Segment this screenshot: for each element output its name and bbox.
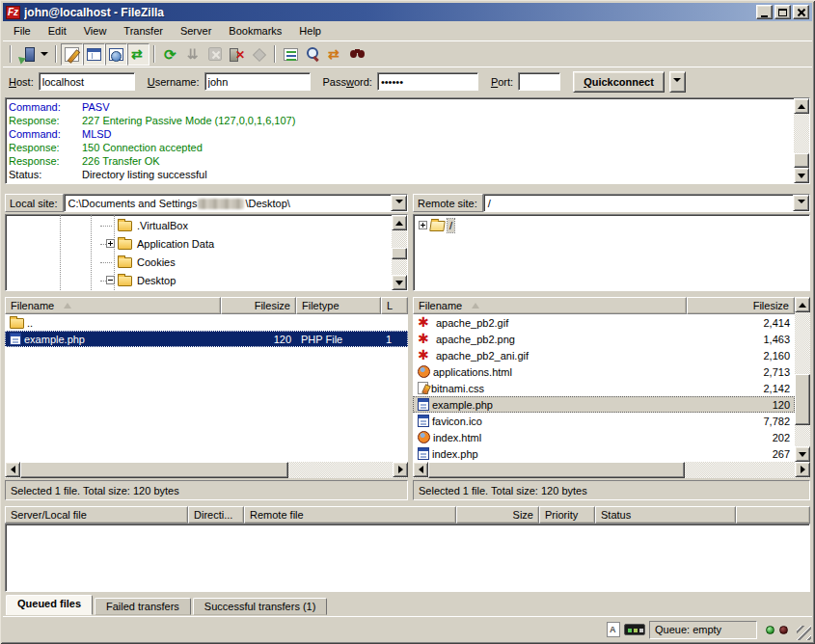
password-input[interactable] [377, 72, 478, 91]
toggle-message-log-button[interactable] [61, 43, 83, 66]
tree-expander-icon[interactable] [419, 221, 427, 229]
scroll-track[interactable] [20, 462, 393, 478]
speed-limit-icon[interactable] [624, 624, 645, 635]
menu-item[interactable]: File [5, 22, 40, 40]
remote-site-combobox[interactable]: / [483, 194, 810, 212]
scroll-track[interactable] [428, 462, 795, 478]
close-button[interactable] [793, 5, 809, 19]
site-manager-button[interactable] [15, 43, 38, 66]
column-header-filetype[interactable]: Filetype [296, 297, 381, 314]
minimize-button[interactable] [756, 5, 773, 19]
scroll-down-button[interactable] [392, 275, 407, 290]
local-horizontal-scrollbar[interactable] [5, 462, 408, 478]
file-row[interactable]: index.html 202 [413, 429, 795, 445]
directory-comparison-button[interactable] [302, 43, 324, 66]
queue-list[interactable] [5, 523, 810, 592]
refresh-button[interactable] [159, 43, 181, 66]
quickconnect-dropdown[interactable] [669, 71, 686, 93]
site-manager-dropdown[interactable] [38, 43, 51, 66]
queue-column-remote-file[interactable]: Remote file [244, 506, 456, 523]
scroll-left-button[interactable] [413, 462, 428, 477]
scroll-left-button[interactable] [5, 462, 20, 477]
username-input[interactable] [204, 72, 311, 91]
sort-ascending-icon [64, 303, 71, 309]
queue-tab[interactable]: Queued files [6, 595, 93, 615]
remote-site-dropdown[interactable] [793, 195, 809, 211]
menu-item[interactable]: Bookmarks [220, 22, 290, 40]
queue-tab[interactable]: Successful transfers (1) [193, 598, 328, 615]
find-files-button[interactable] [346, 43, 368, 66]
file-row[interactable]: applications.html 2,713 [413, 363, 795, 380]
queue-column-size[interactable]: Size [456, 506, 539, 523]
scroll-thumb[interactable] [794, 153, 809, 168]
directory-listing-filters-button[interactable] [280, 43, 302, 66]
file-row[interactable]: bitnami.css 2,142 [413, 380, 795, 396]
menu-item[interactable]: View [75, 22, 116, 40]
log-vertical-scrollbar[interactable] [794, 98, 809, 183]
scroll-thumb[interactable] [795, 374, 810, 425]
file-row[interactable]: index.php 267 [413, 445, 795, 462]
process-queue-button[interactable] [181, 43, 204, 66]
local-site-dropdown[interactable] [391, 195, 407, 211]
scroll-up-button[interactable] [392, 215, 407, 230]
tree-item[interactable]: Application Data [6, 234, 392, 253]
reconnect-button[interactable] [248, 43, 270, 66]
queue-column-priority[interactable]: Priority [539, 506, 595, 523]
file-row[interactable]: example.php 120 [413, 396, 795, 413]
column-header-filename[interactable]: Filename [5, 297, 221, 314]
title-bar[interactable]: Fz john@localhost - FileZilla [3, 3, 812, 21]
menu-item[interactable]: Server [172, 22, 220, 40]
scroll-right-button[interactable] [393, 462, 408, 477]
file-row[interactable]: .. [5, 314, 408, 331]
file-row[interactable]: example.php 120 PHP File 1 [5, 331, 408, 347]
toggle-remote-tree-button[interactable] [105, 43, 127, 66]
tree-item[interactable]: Desktop [6, 271, 392, 289]
scroll-track[interactable] [392, 230, 407, 275]
remote-horizontal-scrollbar[interactable] [413, 462, 810, 478]
column-header-lastmodified[interactable]: L [381, 297, 408, 314]
port-input[interactable] [518, 72, 560, 91]
scroll-track[interactable] [794, 114, 809, 168]
maximize-button[interactable] [774, 5, 791, 19]
file-row[interactable]: apache_pb2.gif 2,414 [413, 314, 795, 331]
queue-column-direction[interactable]: Directi... [188, 506, 244, 523]
tree-expander-icon[interactable] [106, 276, 115, 284]
cancel-operation-button[interactable] [204, 43, 226, 66]
scroll-up-button[interactable] [795, 297, 810, 312]
file-row[interactable]: apache_pb2.png 1,463 [413, 331, 795, 347]
scroll-thumb[interactable] [20, 462, 288, 478]
local-tree-scrollbar[interactable] [392, 215, 407, 290]
host-input[interactable] [39, 72, 135, 91]
remote-vertical-scrollbar[interactable] [795, 297, 810, 462]
scroll-down-button[interactable] [794, 168, 809, 183]
synchronized-browsing-button[interactable] [324, 43, 346, 66]
scroll-up-button[interactable] [794, 98, 809, 114]
scroll-right-button[interactable] [795, 462, 810, 477]
toggle-queue-button[interactable] [127, 43, 149, 66]
column-header-filename[interactable]: Filename [413, 297, 687, 314]
file-row[interactable]: favicon.ico 7,782 [413, 413, 795, 429]
queue-tab[interactable]: Failed transfers [95, 598, 191, 615]
tree-item[interactable]: .VirtualBox [6, 216, 392, 234]
tree-expander-icon[interactable] [106, 239, 115, 248]
disconnect-button[interactable] [226, 43, 248, 66]
toggle-local-tree-button[interactable] [83, 43, 105, 66]
data-type-icon[interactable] [607, 622, 620, 637]
menu-item[interactable]: Transfer [115, 22, 172, 40]
menu-item[interactable]: Edit [40, 22, 75, 40]
column-header-filesize[interactable]: Filesize [687, 297, 795, 314]
scroll-thumb[interactable] [428, 462, 685, 478]
tree-item[interactable]: / [414, 216, 809, 234]
scroll-down-button[interactable] [795, 446, 810, 462]
local-site-combobox[interactable]: C:\Documents and Settings\Desktop\ [64, 194, 408, 212]
quickconnect-button[interactable]: Quickconnect [573, 71, 665, 93]
resize-grip[interactable] [797, 626, 811, 640]
scroll-track[interactable] [795, 312, 810, 446]
tree-item[interactable]: Cookies [6, 253, 392, 271]
column-header-filesize[interactable]: Filesize [221, 297, 296, 314]
queue-column-status[interactable]: Status [595, 506, 736, 523]
scroll-thumb[interactable] [392, 248, 407, 259]
queue-column-server-local-file[interactable]: Server/Local file [5, 506, 188, 523]
menu-item[interactable]: Help [290, 22, 330, 40]
file-row[interactable]: apache_pb2_ani.gif 2,160 [413, 347, 795, 363]
